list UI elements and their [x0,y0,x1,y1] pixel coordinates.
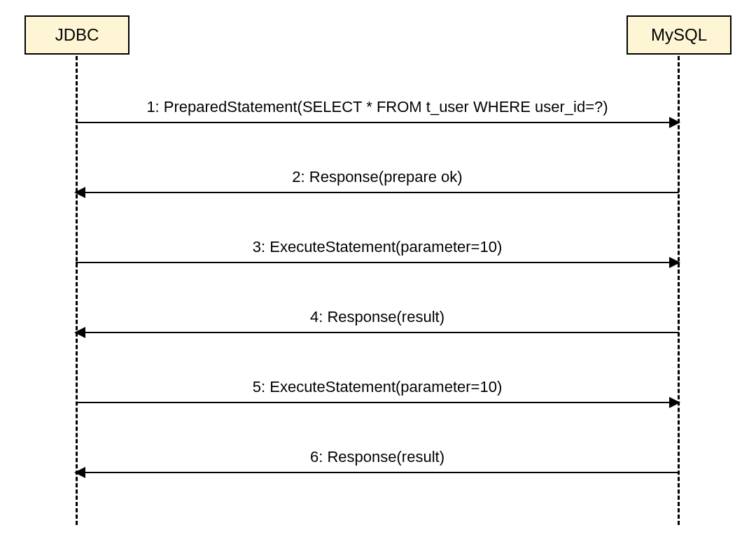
arrow-right-icon [76,122,679,123]
message-label: 3: ExecuteStatement(parameter=10) [76,238,679,256]
message-label: 4: Response(result) [76,308,679,326]
message-6: 6: Response(result) [76,448,679,473]
message-3: 3: ExecuteStatement(parameter=10) [76,238,679,263]
message-5: 5: ExecuteStatement(parameter=10) [76,378,679,403]
arrow-left-icon [76,332,679,333]
message-label: 2: Response(prepare ok) [76,168,679,186]
message-label: 6: Response(result) [76,448,679,466]
arrow-right-icon [76,262,679,263]
participant-label: JDBC [55,25,99,44]
arrow-left-icon [76,472,679,473]
message-2: 2: Response(prepare ok) [76,168,679,193]
message-label: 5: ExecuteStatement(parameter=10) [76,378,679,396]
arrow-left-icon [76,192,679,193]
message-1: 1: PreparedStatement(SELECT * FROM t_use… [76,98,679,123]
message-label: 1: PreparedStatement(SELECT * FROM t_use… [76,98,679,116]
participant-jdbc: JDBC [24,15,130,55]
participant-mysql: MySQL [626,15,732,55]
participant-label: MySQL [651,25,707,44]
message-4: 4: Response(result) [76,308,679,333]
arrow-right-icon [76,402,679,403]
